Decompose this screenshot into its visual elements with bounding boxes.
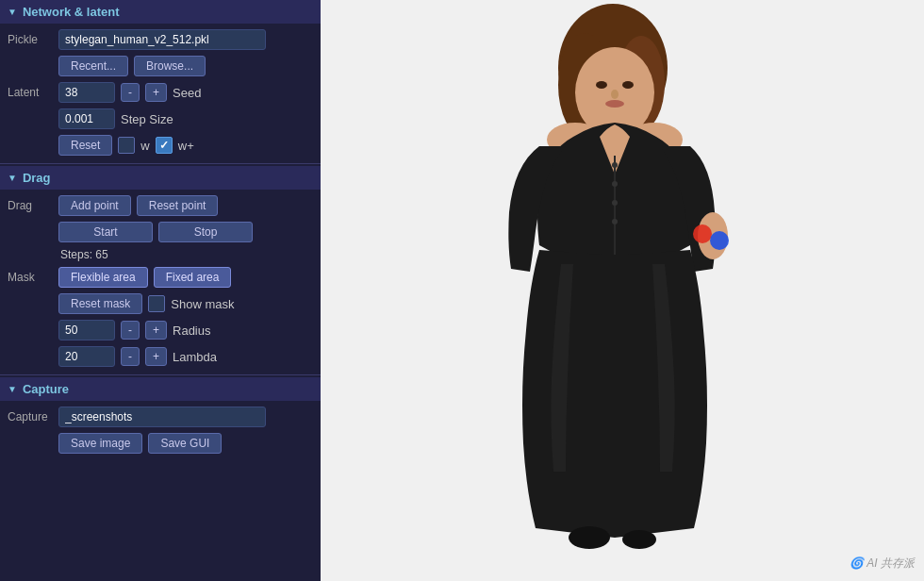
- seed-label: Seed: [173, 86, 201, 100]
- steps-row: Steps: 65: [58, 248, 313, 261]
- lambda-input[interactable]: [58, 346, 115, 367]
- save-gui-button[interactable]: Save GUI: [148, 433, 222, 454]
- svg-point-18: [569, 526, 610, 549]
- svg-point-13: [612, 162, 618, 168]
- step-size-label: Step Size: [121, 112, 173, 126]
- svg-point-8: [611, 90, 619, 99]
- add-point-button[interactable]: Add point: [58, 195, 131, 216]
- start-button[interactable]: Start: [58, 222, 153, 242]
- start-stop-row: Start Stop: [58, 222, 313, 242]
- capture-label: Capture: [8, 410, 53, 423]
- mask-label: Mask: [8, 271, 53, 284]
- radius-input[interactable]: [58, 320, 115, 340]
- drag-section-header[interactable]: ▼ Drag: [0, 166, 321, 190]
- latent-input[interactable]: [58, 82, 115, 103]
- svg-point-20: [693, 224, 712, 243]
- show-mask-checkbox[interactable]: [148, 295, 165, 312]
- latent-row: Latent - + Seed: [8, 82, 313, 103]
- wplus-label: w+: [178, 139, 194, 153]
- network-latent-header[interactable]: ▼ Network & latent: [0, 0, 321, 24]
- recent-button[interactable]: Recent...: [58, 56, 128, 76]
- capture-section-header[interactable]: ▼ Capture: [0, 377, 321, 401]
- latent-label: Latent: [8, 86, 53, 99]
- drag-arrow-icon: ▼: [8, 173, 17, 183]
- step-size-row: Step Size: [58, 108, 313, 129]
- pickle-buttons-row: Recent... Browse...: [58, 56, 313, 76]
- pickle-input[interactable]: [58, 29, 266, 50]
- lambda-minus-button[interactable]: -: [121, 347, 140, 366]
- latent-minus-button[interactable]: -: [121, 83, 140, 102]
- capture-arrow-icon: ▼: [8, 384, 17, 394]
- mask-area-row: Mask Flexible area Fixed area: [8, 267, 313, 288]
- svg-point-7: [622, 81, 634, 89]
- capture-title: Capture: [23, 382, 69, 396]
- capture-row: Capture: [8, 407, 313, 427]
- save-buttons-row: Save image Save GUI: [58, 433, 313, 454]
- steps-label: Steps: 65: [58, 248, 110, 261]
- radius-label: Radius: [173, 324, 210, 338]
- latent-plus-button[interactable]: +: [145, 83, 167, 102]
- w-checkbox[interactable]: [118, 137, 135, 154]
- drag-title: Drag: [23, 171, 51, 185]
- lambda-label: Lambda: [173, 350, 217, 364]
- network-section-content: Pickle Recent... Browse... Latent - + Se…: [0, 24, 321, 161]
- reset-row: Reset w w+: [58, 135, 313, 156]
- show-mask-label: Show mask: [171, 297, 234, 311]
- divider-2: [0, 374, 321, 375]
- svg-point-14: [612, 181, 618, 187]
- pickle-label: Pickle: [8, 33, 53, 46]
- divider-1: [0, 163, 321, 164]
- svg-point-15: [612, 200, 618, 206]
- svg-point-21: [710, 231, 729, 250]
- w-label: w: [140, 139, 149, 153]
- save-image-button[interactable]: Save image: [58, 433, 142, 454]
- screenshots-input[interactable]: [58, 407, 266, 427]
- svg-point-19: [622, 530, 656, 549]
- radius-row: - + Radius: [58, 320, 313, 340]
- reset-point-button[interactable]: Reset point: [137, 195, 219, 216]
- lambda-row: - + Lambda: [58, 346, 313, 367]
- model-svg: [321, 0, 924, 581]
- watermark: 🌀 AI 共存派: [850, 556, 915, 572]
- radius-plus-button[interactable]: +: [145, 321, 167, 340]
- reset-mask-row: Reset mask Show mask: [58, 293, 313, 314]
- reset-mask-button[interactable]: Reset mask: [58, 293, 142, 314]
- svg-point-9: [605, 100, 624, 108]
- browse-button[interactable]: Browse...: [134, 56, 206, 76]
- lambda-plus-button[interactable]: +: [145, 347, 167, 366]
- svg-point-6: [596, 81, 607, 89]
- wplus-checkbox[interactable]: [156, 137, 173, 154]
- stop-button[interactable]: Stop: [158, 222, 253, 242]
- svg-point-16: [612, 219, 618, 224]
- step-size-input[interactable]: [58, 108, 115, 129]
- model-image-container[interactable]: 🌀 AI 共存派: [321, 0, 924, 581]
- left-panel: ▼ Network & latent Pickle Recent... Brow…: [0, 0, 321, 581]
- pickle-row: Pickle: [8, 29, 313, 50]
- network-latent-title: Network & latent: [23, 5, 120, 19]
- drag-section-content: Drag Add point Reset point Start Stop St…: [0, 190, 321, 373]
- capture-section-content: Capture Save image Save GUI: [0, 401, 321, 459]
- fixed-area-button[interactable]: Fixed area: [154, 267, 232, 288]
- radius-minus-button[interactable]: -: [121, 321, 140, 340]
- drag-label-row: Drag Add point Reset point: [8, 195, 313, 216]
- reset-button[interactable]: Reset: [58, 135, 112, 156]
- drag-label: Drag: [8, 199, 53, 212]
- right-panel: 🌀 AI 共存派: [321, 0, 924, 581]
- network-arrow-icon: ▼: [8, 7, 17, 17]
- flexible-area-button[interactable]: Flexible area: [58, 267, 148, 288]
